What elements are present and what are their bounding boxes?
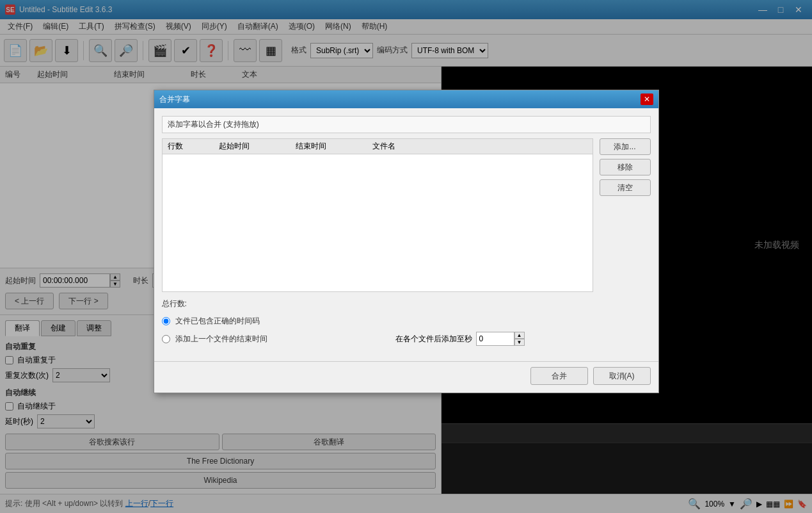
radio-timecode-label: 文件已包含正确的时间码 (175, 316, 260, 327)
radio-add-time-label: 添加上一个文件的结束时间 (175, 334, 267, 345)
dialog-file-section: 行数 起始时间 结束时间 文件名 添加... 移除 清空 (162, 138, 651, 298)
file-list-header: 行数 起始时间 结束时间 文件名 (163, 139, 593, 154)
add-file-button[interactable]: 添加... (600, 138, 651, 155)
merge-dialog: 合并字幕 ✕ 添加字幕以合并 (支持拖放) 行数 起始时间 结束时间 文件名 (154, 90, 659, 393)
dialog-titlebar: 合并字幕 ✕ (154, 90, 658, 108)
total-label: 总行数: (162, 298, 187, 309)
radio-row-1: 文件已包含正确的时间码 (162, 316, 651, 327)
dialog-file-main: 行数 起始时间 结束时间 文件名 (162, 138, 593, 298)
add-seconds-container: 在各个文件后添加至秒 ▲ ▼ (395, 332, 525, 346)
clear-files-button[interactable]: 清空 (600, 179, 651, 196)
dialog-close-button[interactable]: ✕ (641, 94, 653, 105)
radio-row-2-container: 添加上一个文件的结束时间 在各个文件后添加至秒 ▲ ▼ (162, 332, 651, 346)
radio-group: 文件已包含正确的时间码 添加上一个文件的结束时间 在各个文件后添加至秒 ▲ (162, 316, 651, 346)
file-col-row: 行数 (165, 141, 216, 152)
radio-add-time[interactable] (162, 335, 170, 343)
modal-overlay: 合并字幕 ✕ 添加字幕以合并 (支持拖放) 行数 起始时间 结束时间 文件名 (0, 0, 812, 513)
dialog-title: 合并字幕 (159, 94, 190, 105)
seconds-up[interactable]: ▲ (514, 332, 525, 339)
file-col-end: 结束时间 (293, 141, 370, 152)
dialog-section-label: 添加字幕以合并 (支持拖放) (162, 116, 651, 133)
file-col-start: 起始时间 (216, 141, 293, 152)
dialog-body: 添加字幕以合并 (支持拖放) 行数 起始时间 结束时间 文件名 添加... (154, 108, 658, 361)
total-row: 总行数: (162, 298, 651, 309)
remove-file-button[interactable]: 移除 (600, 159, 651, 175)
dialog-footer: 合并 取消(A) (154, 361, 658, 393)
dialog-side-buttons: 添加... 移除 清空 (600, 138, 651, 298)
file-list-container[interactable]: 行数 起始时间 结束时间 文件名 (162, 138, 593, 292)
radio-timecode[interactable] (162, 317, 170, 325)
seconds-input[interactable] (476, 332, 514, 346)
radio-row-2: 添加上一个文件的结束时间 (162, 334, 267, 345)
file-col-name: 文件名 (370, 141, 590, 152)
cancel-button[interactable]: 取消(A) (593, 367, 651, 385)
merge-button[interactable]: 合并 (530, 367, 588, 385)
seconds-down[interactable]: ▼ (514, 339, 525, 346)
add-seconds-label: 在各个文件后添加至秒 (395, 334, 472, 345)
seconds-spinner: ▲ ▼ (476, 332, 525, 346)
